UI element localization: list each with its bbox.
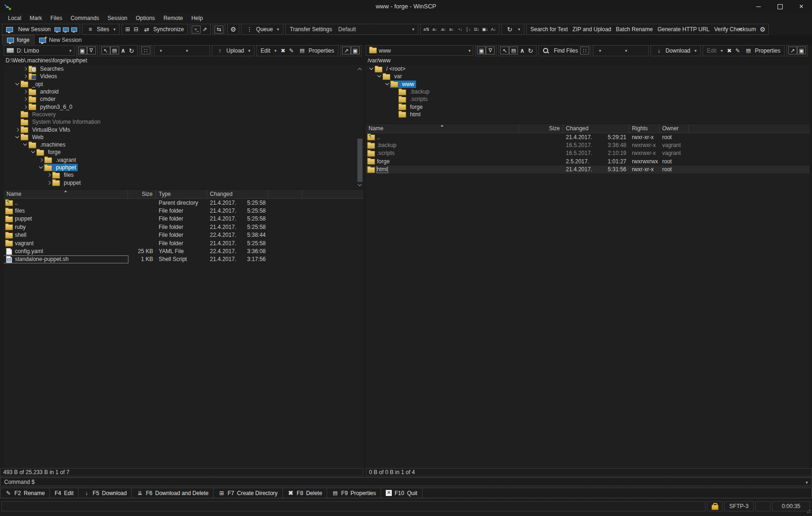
tree-item[interactable]: cmder [4,95,363,103]
parent-directory-icon[interactable] [119,47,128,55]
ascii-mode-icon[interactable] [430,25,439,34]
chevron-right-icon[interactable] [38,156,44,164]
f8-delete-button[interactable]: F8Delete [283,488,328,498]
file-row[interactable]: forge 2.5.2017.1:01:27 rwxrwxrwx root [366,157,810,165]
split-panels-icon[interactable] [123,25,132,34]
toolbar-overflow-chevron[interactable]: » [739,25,742,32]
tree-item[interactable]: Web [4,134,363,141]
tree-item[interactable]: python3_6_0 [4,103,363,110]
command-history-dropdown[interactable] [804,479,808,485]
history-back-dropdown[interactable] [156,46,182,55]
tree-item[interactable]: System Volume Information [4,118,363,126]
delete-icon[interactable] [725,47,733,55]
resize-grip-icon[interactable] [806,509,810,513]
f9-properties-button[interactable]: F9Properties [327,488,381,498]
menu-options[interactable]: Options [132,13,159,23]
file-row[interactable]: ruby File folder 21.4.2017.5:25:58 [4,223,363,231]
close-session-icon[interactable] [70,25,78,34]
go-to-root-icon[interactable] [500,47,509,54]
copy-path-icon[interactable] [110,47,119,54]
chevron-down-icon[interactable] [30,148,36,156]
file-row[interactable]: .. 21.4.2017.5:29:21 rwxr-xr-x root [366,133,810,141]
tree-item[interactable]: Videos [4,73,363,80]
find-files-button[interactable]: Find Files [540,46,580,55]
encryption-cell[interactable] [707,501,723,511]
go-to-root-icon[interactable] [101,47,110,54]
column-header-changed[interactable]: Changed [563,124,629,133]
automatic-mode-icon[interactable] [447,25,456,34]
column-header-rights[interactable]: Rights [629,124,659,133]
file-row[interactable]: vagrant File folder 21.4.2017.5:25:58 [4,239,363,247]
refresh-panel-icon[interactable] [526,47,535,55]
tree-item[interactable]: var [366,73,810,80]
customize-commands-gear-icon[interactable] [758,25,767,34]
tree-item[interactable]: / <root> [366,65,810,73]
parent-directory-icon[interactable] [518,47,526,55]
scroll-up-icon[interactable] [357,67,362,72]
column-header-type[interactable]: Type [156,190,207,198]
file-row[interactable]: .. Parent directory 21.4.2017.5:25:58 [4,199,363,207]
binary-mode-icon[interactable] [439,25,447,34]
background-transfer-icon[interactable] [481,25,489,34]
tree-item[interactable]: forge [366,103,810,110]
edit-button[interactable]: Edit [258,46,279,55]
close-button[interactable] [791,0,812,13]
synchronize-browsing-icon[interactable] [132,25,140,34]
rename-icon[interactable] [287,47,295,55]
duplicate-session-icon[interactable] [53,25,61,34]
menu-session[interactable]: Session [103,13,132,23]
f4-edit-button[interactable]: F4Edit [50,488,79,498]
add-bookmark-icon[interactable] [342,47,351,54]
file-row[interactable]: .backup 16.5.2017.3:36:48 rwxrwxr-x vagr… [366,141,810,149]
history-forward-dropdown[interactable] [621,46,647,55]
chevron-down-icon[interactable] [369,65,374,73]
synchronize-button[interactable]: Synchronize [140,25,186,34]
tree-toggle-icon[interactable] [580,47,589,54]
chevron-right-icon[interactable] [22,73,28,80]
tree-item[interactable]: .backup [366,88,810,95]
column-header-size[interactable]: Size [128,190,156,198]
f2-rename-button[interactable]: F2Rename [0,488,50,498]
command-prompt[interactable]: Command $ [4,479,804,485]
f7-create-directory-button[interactable]: F7Create Directory [214,488,282,498]
column-header-changed[interactable]: Changed [207,190,268,198]
upload-button[interactable]: Upload [214,46,253,55]
tab-forge[interactable]: forge [2,35,34,45]
menu-files[interactable]: Files [46,13,66,23]
chevron-down-icon[interactable] [376,73,382,80]
chevron-right-icon[interactable] [22,88,28,95]
zip-and-upload-button[interactable]: ZIP and Upload [570,25,613,34]
tree-toggle-icon[interactable] [141,47,150,54]
menu-commands[interactable]: Commands [67,13,103,23]
chevron-down-icon[interactable] [14,134,20,141]
menu-local[interactable]: Local [4,13,26,23]
tree-item[interactable]: android [4,88,363,95]
f5-download-button[interactable]: F5Download [79,488,132,498]
chevron-right-icon[interactable] [22,103,28,111]
refresh-dropdown[interactable] [503,25,523,34]
console-icon[interactable] [192,26,201,34]
queue-button[interactable]: Queue [243,25,282,34]
preferences-gear-icon[interactable] [229,25,237,34]
file-row[interactable]: files File folder 21.4.2017.5:25:58 [4,207,363,214]
menu-help[interactable]: Help [187,13,207,23]
menu-mark[interactable]: Mark [26,13,47,23]
generate-http-url-button[interactable]: Generate HTTP URL [655,25,712,34]
command-line[interactable]: Command $ [0,477,812,486]
chevron-down-icon[interactable] [22,141,28,148]
session-time-cell[interactable]: 0:00:35 [772,501,810,511]
add-bookmark-icon[interactable] [788,47,797,54]
verify-checksum-button[interactable]: Verify Checksum [712,25,758,34]
batch-rename-button[interactable]: Batch Rename [614,25,655,34]
maximize-button[interactable] [769,0,791,13]
copy-path-icon[interactable] [509,47,518,54]
sites-button[interactable]: Sites [84,25,118,34]
tree-item[interactable]: forge [4,148,363,156]
remote-directory-selector[interactable]: www [366,45,473,56]
file-row-selected[interactable]: html 21.4.2017.5:31:56 rwxr-xr-x root [366,166,810,174]
drive-selector[interactable]: D: Limbo [4,45,74,56]
scrollbar-thumb[interactable] [357,139,362,182]
history-back-dropdown[interactable] [595,46,621,55]
refresh-panel-icon[interactable] [128,47,136,55]
menu-remote[interactable]: Remote [159,13,187,23]
